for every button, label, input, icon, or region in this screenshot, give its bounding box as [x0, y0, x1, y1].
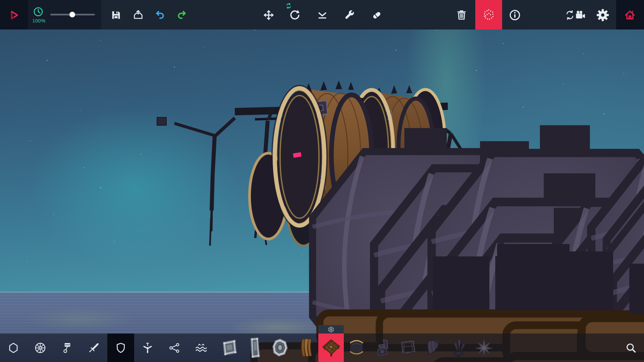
load-icon — [132, 9, 144, 21]
block-metal-plate-large[interactable] — [242, 334, 267, 362]
game-viewport[interactable]: 100% — [0, 0, 644, 362]
delete-all-button[interactable] — [452, 5, 471, 25]
category-water[interactable] — [188, 334, 215, 362]
settings-button[interactable] — [593, 5, 612, 25]
video-camera-icon — [575, 10, 586, 20]
home-button[interactable] — [620, 5, 640, 25]
block-mechanical-2[interactable] — [395, 334, 420, 362]
block-wooden-platform[interactable] — [318, 334, 344, 362]
camera-mode-button[interactable] — [561, 5, 590, 25]
build-machine[interactable] — [157, 80, 644, 362]
category-pistons[interactable] — [54, 334, 80, 362]
category-weapons[interactable] — [80, 334, 107, 362]
block-half-pipe[interactable] — [344, 334, 369, 362]
play-icon — [8, 9, 20, 21]
adjust-tool-button[interactable] — [339, 5, 359, 25]
info-icon — [509, 9, 521, 21]
grabber-claw-thumb — [449, 337, 468, 359]
category-wheels[interactable] — [27, 334, 54, 362]
metal-plate-round-thumb — [270, 337, 290, 359]
bottom-toolbar — [0, 334, 644, 362]
propeller-icon — [142, 342, 154, 354]
gear-icon — [596, 9, 609, 21]
magnifier-icon — [625, 342, 636, 354]
category-basic-blocks[interactable] — [0, 334, 27, 362]
piston-icon — [61, 342, 73, 354]
shield-icon — [115, 342, 126, 354]
area-select-tool-button[interactable] — [475, 0, 502, 29]
home-icon — [624, 9, 636, 21]
chevron-down-underline-icon — [317, 9, 328, 21]
mechanical-block-1-thumb — [372, 337, 392, 359]
half-pipe-thumb — [347, 337, 366, 359]
category-armour[interactable] — [107, 334, 134, 362]
sync-badge-icon — [286, 3, 291, 9]
spike-ball-thumb — [474, 337, 494, 359]
block-vane[interactable] — [420, 334, 446, 362]
category-automation[interactable] — [161, 334, 188, 362]
undo-icon — [155, 10, 166, 20]
save-icon — [111, 10, 121, 20]
circular-arrow-icon — [288, 9, 301, 21]
info-button[interactable] — [505, 5, 525, 25]
mirror-tool-button[interactable] — [313, 5, 332, 25]
block-mechanical-1[interactable] — [369, 334, 395, 362]
mechanical-block-2-thumb — [398, 337, 417, 359]
speed-value: 100% — [28, 18, 50, 23]
four-way-arrows-icon — [263, 9, 275, 21]
block-wooden-panel-slats[interactable] — [293, 334, 318, 362]
block-metal-plate-round[interactable] — [267, 334, 293, 362]
waves-icon — [195, 342, 208, 354]
block-spike-ball[interactable] — [471, 334, 497, 362]
top-toolbar: 100% — [0, 0, 644, 29]
erase-tool-button[interactable] — [367, 5, 386, 25]
load-button[interactable] — [128, 5, 148, 25]
selected-block-tab[interactable] — [318, 325, 344, 334]
redo-button[interactable] — [172, 5, 191, 25]
hexagon-icon — [8, 342, 19, 354]
rotate-tool-button[interactable] — [285, 5, 305, 25]
clock-icon — [33, 6, 44, 17]
undo-button[interactable] — [151, 5, 170, 25]
save-button[interactable] — [106, 5, 126, 25]
redo-icon — [176, 10, 187, 20]
wooden-platform-thumb — [321, 337, 341, 359]
block-search-button[interactable] — [621, 334, 641, 362]
category-flight[interactable] — [134, 334, 161, 362]
wrench-icon — [343, 9, 355, 21]
play-button[interactable] — [4, 5, 24, 25]
eraser-pill-icon — [371, 9, 382, 21]
block-metal-plate-small[interactable] — [216, 334, 242, 362]
vane-block-thumb — [423, 337, 443, 359]
metal-plate-small-thumb — [219, 337, 239, 359]
skin-cube-icon — [328, 326, 334, 333]
speed-slider[interactable] — [50, 14, 95, 15]
trash-icon — [456, 9, 467, 21]
machine-scene[interactable] — [0, 0, 644, 362]
wheel-icon — [34, 342, 46, 354]
metal-plate-large-thumb — [245, 337, 264, 359]
share-nodes-icon — [169, 342, 180, 354]
translate-tool-button[interactable] — [259, 5, 278, 25]
wooden-panel-thumb — [296, 337, 315, 359]
dashed-hexagon-icon — [482, 8, 496, 22]
cycle-arrows-icon — [565, 10, 575, 20]
sword-icon — [88, 342, 100, 354]
block-grabber-claw[interactable] — [446, 334, 471, 362]
